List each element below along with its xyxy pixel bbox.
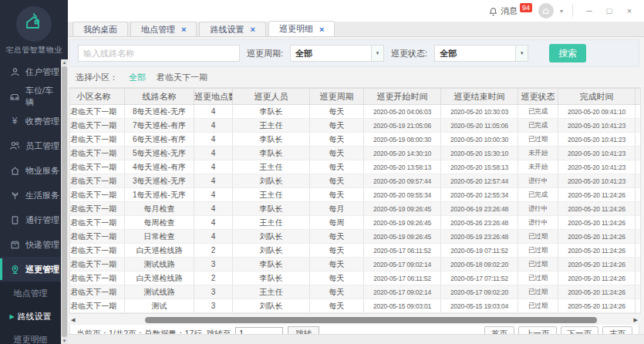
table-cell: 君临天下一期: [69, 216, 125, 230]
community-option-junlin[interactable]: 君临天下一期: [157, 72, 207, 83]
table-row[interactable]: 君临天下一期6每天巡检-有序4李队长每天2020-05-19 08:00:302…: [69, 133, 641, 147]
table-row[interactable]: 君临天下一期白天巡检线路2刘队长每天2020-05-17 06:11:52202…: [69, 244, 641, 258]
scroll-up-icon[interactable]: ▲: [62, 60, 67, 65]
close-tab-icon[interactable]: ×: [250, 25, 255, 33]
hscroll-track[interactable]: [77, 317, 631, 323]
scroll-left-icon[interactable]: ◀: [71, 316, 75, 323]
table-row[interactable]: 君临天下一期测试线路3王主任每天2020-05-17 09:02:142020-…: [69, 285, 641, 299]
chevron-down-icon: ▼: [515, 46, 528, 61]
table-cell: [636, 119, 642, 133]
table-cell: [636, 271, 642, 285]
sidebar-item-label: 收费管理: [25, 116, 59, 127]
table-cell: [636, 258, 642, 271]
close-tab-icon[interactable]: ×: [181, 25, 186, 33]
table-header-cell: 线路名称: [125, 89, 194, 105]
status-select[interactable]: 全部 ▼: [434, 45, 528, 62]
sidebar-scrollbar[interactable]: ▲ ▼: [61, 59, 68, 344]
hscroll-thumb[interactable]: [145, 317, 596, 323]
table-row[interactable]: 君临天下一期白天巡检线路2李队长每天2020-05-17 06:11:52202…: [69, 271, 641, 285]
scroll-down-icon[interactable]: ▼: [62, 339, 67, 343]
table-cell: 2020-05-17 06:11:52: [364, 271, 441, 285]
table-row[interactable]: 君临天下一期4每天巡检-有序4王主任每天2020-05-20 13:58:132…: [69, 160, 641, 174]
table-cell: 每天: [310, 244, 364, 258]
table-row[interactable]: 君临天下一期每周检查4王主任每周2020-05-19 09:26:452020-…: [69, 216, 641, 230]
table-row[interactable]: 君临天下一期7每天巡检-有序4王主任每天2020-05-19 21:05:062…: [69, 119, 641, 133]
tab-location-management[interactable]: 地点管理 ×: [130, 22, 197, 36]
table-cell: 2020-05-20 10:41:23: [558, 133, 636, 147]
table-cell: [636, 244, 642, 258]
submenu-item-location-management[interactable]: 地点管理: [0, 282, 61, 305]
table-cell: 3: [194, 258, 233, 271]
table-cell: 李队长: [233, 271, 310, 285]
table-row[interactable]: 君临天下一期日常检查4刘队长每天2020-05-19 09:26:452020-…: [69, 230, 641, 244]
submenu-item-route-settings[interactable]: ▶ 路线设置: [0, 305, 61, 328]
table-cell: [636, 188, 642, 202]
sidebar-item-patrol[interactable]: 巡更管理: [0, 257, 61, 282]
sidebar-item-parking-vehicles[interactable]: 车位/车辆: [0, 84, 61, 109]
maximize-button[interactable]: □: [602, 6, 616, 15]
user-menu-caret-icon[interactable]: ▾: [560, 8, 563, 15]
table-row[interactable]: 君临天下一期测试3刘队长每天2020-05-15 09:03:012020-05…: [69, 299, 641, 313]
messages-button[interactable]: 消息 94: [488, 5, 532, 17]
table-row[interactable]: 君临天下一期3每天巡检-无序4刘队长每天2020-05-20 09:57:442…: [69, 174, 641, 188]
table-row[interactable]: 君临天下一期5每天巡检-无序4李队长每天2020-05-20 14:30:102…: [69, 147, 641, 160]
table-cell: 2020-05-17 06:11:52: [364, 244, 441, 258]
table-cell: 2020-05-20 10:41:23: [558, 119, 636, 133]
sidebar-item-access[interactable]: 通行管理: [0, 207, 61, 232]
table-cell: 每月: [310, 202, 364, 216]
tab-label: 地点管理: [141, 24, 175, 35]
table-cell: [636, 216, 642, 230]
avatar[interactable]: [538, 3, 554, 19]
sidebar-item-staff[interactable]: 员工管理: [0, 133, 61, 158]
table-cell: [636, 299, 642, 313]
table-cell: 已完成: [518, 188, 558, 202]
table-row[interactable]: 君临天下一期每月检查4李队长每月2020-05-19 09:26:452020-…: [69, 202, 641, 216]
sidebar-item-label: 物业服务: [25, 165, 59, 177]
table-cell: 2020-05-20 11:24:26: [558, 285, 636, 299]
table-header-cell: 巡更状态: [518, 89, 558, 105]
table-cell: 每周: [310, 216, 364, 230]
table-cell: 李队长: [233, 202, 310, 216]
table-cell: 白天巡检线路: [125, 271, 194, 285]
close-button[interactable]: ×: [622, 6, 636, 15]
table-cell: 君临天下一期: [69, 285, 125, 299]
table-header-cell: [636, 89, 642, 105]
table-cell: 李队长: [233, 105, 310, 119]
table-cell: 2020-05-20 04:06:03: [364, 105, 441, 119]
table-cell: 君临天下一期: [69, 174, 125, 188]
table-cell: 4: [194, 174, 233, 188]
messages-label: 消息: [501, 5, 518, 17]
life-service-icon: [9, 190, 20, 201]
table-cell: 每天: [310, 119, 364, 133]
access-icon: [9, 214, 20, 225]
tab-patrol-details[interactable]: 巡更明细 ×: [268, 21, 335, 36]
table-cell: 已过期: [518, 258, 558, 271]
sidebar-item-express[interactable]: 快递管理: [0, 232, 61, 257]
tab-my-desktop[interactable]: 我的桌面: [72, 22, 128, 36]
table-cell: 2020-05-20 10:41:23: [558, 147, 636, 160]
search-button[interactable]: 搜索: [549, 44, 586, 62]
cycle-select[interactable]: 全部 ▼: [290, 45, 384, 62]
route-name-input[interactable]: [78, 45, 240, 62]
table-cell: 君临天下一期: [69, 258, 125, 271]
sidebar-item-residents[interactable]: 住户管理: [0, 59, 61, 84]
tab-route-settings[interactable]: 路线设置 ×: [199, 22, 265, 36]
table-cell: 君临天下一期: [69, 271, 125, 285]
submenu-item-patrol-details[interactable]: 巡更明细: [0, 328, 61, 344]
table-cell: 5每天巡检-无序: [125, 147, 194, 160]
table-cell: 2020-05-20 11:05:06: [441, 119, 518, 133]
sidebar-item-life-service[interactable]: 生活服务: [0, 183, 61, 207]
table-row[interactable]: 君临天下一期测试线路3李队长每天2020-05-17 09:02:142020-…: [69, 258, 641, 271]
table-cell: 7每天巡检-有序: [125, 119, 194, 133]
horizontal-scrollbar[interactable]: ◀ ▶: [71, 316, 638, 323]
minimize-button[interactable]: ─: [582, 6, 596, 15]
close-tab-icon[interactable]: ×: [319, 25, 324, 33]
scroll-right-icon[interactable]: ▶: [634, 316, 638, 323]
community-option-all[interactable]: 全部: [129, 72, 146, 83]
scrollbar-thumb[interactable]: [62, 66, 67, 337]
table-row[interactable]: 君临天下一期1每天巡检-无序4王主任每天2020-05-20 09:55:342…: [69, 188, 641, 202]
table-row[interactable]: 君临天下一期8每天巡检-无序4李队长每天2020-05-20 04:06:032…: [69, 105, 641, 119]
sidebar-item-property-service[interactable]: 物业服务: [0, 158, 61, 183]
table-cell: 进行中: [518, 202, 558, 216]
sidebar-item-fees[interactable]: ¥ 收费管理: [0, 109, 61, 133]
